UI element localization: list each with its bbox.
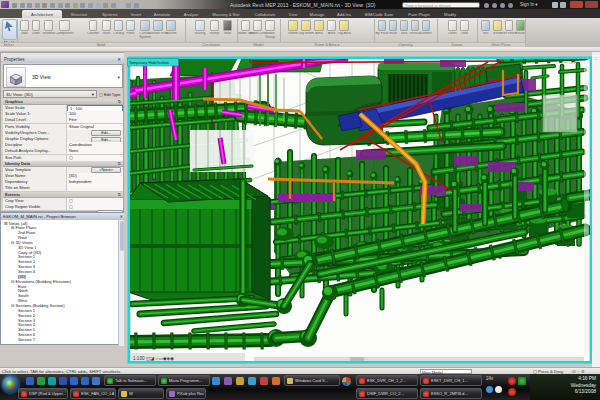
svg-text:─ □ ✕: ─ □ ✕ xyxy=(563,59,578,65)
svg-text:1:100 ◫◪☼▭◆◈◉: 1:100 ◫◪☼▭◆◈◉ xyxy=(133,356,174,361)
svg-text:Temporary Hide/Isolate: Temporary Hide/Isolate xyxy=(129,60,169,65)
